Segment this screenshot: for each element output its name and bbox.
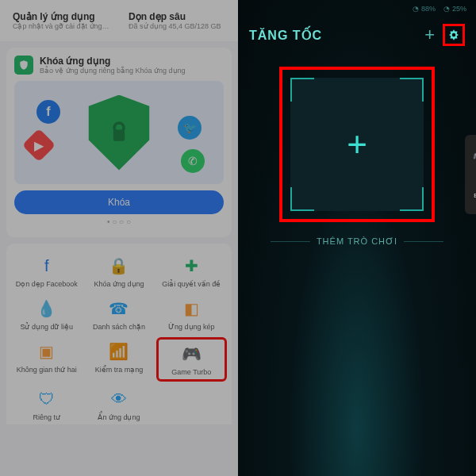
tool-item[interactable]: fDọn dẹp Facebook	[11, 251, 82, 291]
battery-status: ◔88%	[413, 5, 436, 13]
card-subtitle: Cập nhật và gỡ cài đặt ứng…	[13, 22, 109, 30]
tool-label: Khóa ứng dụng	[94, 280, 144, 288]
lock-button[interactable]: Khóa	[14, 190, 224, 214]
tool-item[interactable]: 📶Kiểm tra mạng	[83, 337, 154, 382]
corner-decoration	[400, 78, 424, 102]
tool-icon: ✚	[180, 255, 202, 277]
shield-icon	[14, 56, 33, 75]
card-title: Dọn dẹp sâu	[129, 11, 225, 22]
tool-item[interactable]: 🛡Riêng tư	[11, 385, 82, 424]
tool-item[interactable]: 💧Sử dụng dữ liệu	[11, 294, 82, 334]
storage-status: ◔25%	[443, 5, 466, 13]
app-lock-illustration: f ▶ 🐦 ✆	[14, 81, 224, 184]
tool-label: Game Turbo	[171, 368, 211, 376]
youtube-icon: ▶	[22, 129, 56, 162]
security-app-panel: Quản lý ứng dụng Cập nhật và gỡ cài đặt …	[0, 0, 238, 476]
tool-item[interactable]: ▣Không gian thứ hai	[11, 337, 82, 382]
add-game-highlight: +	[279, 67, 435, 222]
card-title: Quản lý ứng dụng	[13, 11, 109, 22]
divider	[404, 241, 443, 242]
status-bar: ◔88% ◔25%	[238, 0, 476, 17]
tool-label: Kiểm tra mạng	[95, 366, 144, 374]
tool-item[interactable]: ✚Giải quyết vấn đề	[156, 251, 227, 291]
tool-icon: 🛡	[36, 388, 58, 410]
plus-icon: +	[347, 125, 367, 164]
tool-label: Ẩn ứng dụng	[98, 413, 140, 421]
tool-icon: 📶	[108, 340, 130, 363]
corner-decoration	[290, 187, 314, 211]
tool-label: Không gian thứ hai	[17, 366, 77, 374]
tool-item[interactable]: 👁Ẩn ứng dụng	[83, 385, 154, 424]
add-game-slot[interactable]: +	[290, 78, 424, 211]
tool-item[interactable]: ☎Danh sách chặn	[83, 294, 154, 334]
tool-icon: 💧	[36, 298, 58, 320]
tool-label: Ứng dụng kép	[168, 323, 215, 331]
card-subtitle: Đã sử dụng 45,4 GB/128 GB	[129, 22, 225, 30]
tool-icon: 🔒	[108, 255, 130, 277]
twitter-icon: 🐦	[178, 116, 202, 140]
divider	[271, 241, 310, 242]
page-indicator: • ○ ○ ○	[14, 214, 224, 229]
add-icon[interactable]: +	[424, 25, 435, 45]
game-preview-side: 🎮 ES	[465, 135, 476, 214]
tools-grid: fDọn dẹp Facebook🔒Khóa ứng dụng✚Giải quy…	[6, 244, 232, 424]
corner-decoration	[290, 78, 314, 102]
svg-point-2	[452, 33, 456, 37]
tool-item[interactable]: 🎮Game Turbo	[156, 337, 227, 382]
tool-icon: ▣	[36, 340, 58, 363]
tool-icon: f	[36, 255, 58, 277]
tool-icon: 👁	[108, 388, 130, 410]
game-turbo-panel: ◔88% ◔25% TĂNG TỐC + 🎮 ES + THÊM TRÒ CHƠ…	[238, 0, 476, 476]
tool-item[interactable]: 🔒Khóa ứng dụng	[83, 251, 154, 291]
tool-icon: ☎	[108, 298, 130, 320]
manage-apps-card[interactable]: Quản lý ứng dụng Cập nhật và gỡ cài đặt …	[6, 6, 116, 35]
corner-decoration	[400, 187, 424, 211]
tool-item[interactable]: ◧Ứng dụng kép	[156, 294, 227, 334]
page-title: TĂNG TỐC	[249, 28, 416, 43]
facebook-icon: f	[36, 100, 60, 124]
svg-rect-1	[113, 129, 125, 140]
tool-label: Dọn dẹp Facebook	[16, 280, 78, 288]
tool-icon: 🎮	[180, 343, 202, 365]
deep-clean-card[interactable]: Dọn dẹp sâu Đã sử dụng 45,4 GB/128 GB	[122, 6, 232, 35]
whatsapp-icon: ✆	[181, 149, 205, 173]
settings-button[interactable]	[443, 24, 465, 46]
tool-icon: ◧	[180, 298, 202, 320]
lock-shield-icon	[86, 95, 153, 171]
app-lock-section: Khóa ứng dụng Bảo vệ ứng dụng riêng bằng…	[6, 48, 232, 237]
tool-label: Danh sách chặn	[93, 323, 145, 331]
app-lock-title: Khóa ứng dụng	[40, 56, 186, 67]
tool-label: Riêng tư	[33, 413, 60, 421]
app-lock-subtitle: Bảo vệ ứng dụng riêng bằng Khóa ứng dụng	[40, 67, 186, 75]
add-game-label: THÊM TRÒ CHƠI	[317, 236, 397, 247]
tool-label: Giải quyết vấn đề	[162, 280, 221, 288]
tool-label: Sử dụng dữ liệu	[20, 323, 73, 331]
